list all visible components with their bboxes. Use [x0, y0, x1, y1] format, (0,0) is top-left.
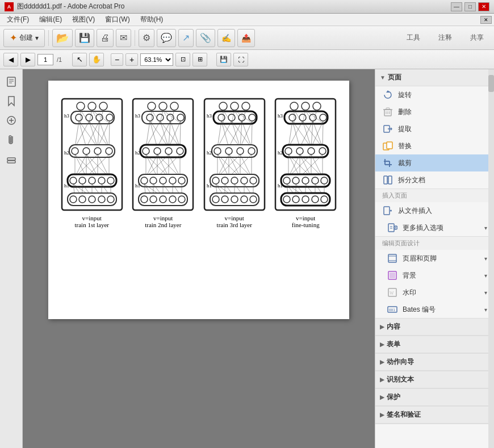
menu-edit[interactable]: 编辑(E): [35, 14, 66, 26]
svg-point-77: [107, 196, 114, 203]
comment-tab[interactable]: 注释: [432, 31, 459, 45]
svg-text:h2: h2: [207, 150, 212, 156]
print-icon: 🖨: [101, 33, 110, 43]
bates-item[interactable]: 001 Bates 编号 ▾: [375, 301, 494, 318]
content-section: ▶ 内容: [375, 319, 494, 336]
svg-point-151: [231, 102, 238, 110]
minimize-button[interactable]: —: [451, 2, 462, 11]
menu-file[interactable]: 文件(F): [2, 14, 34, 26]
nn-svg-2: h3 h2 h1: [132, 98, 194, 211]
action-section: ▶ 动作向导: [375, 354, 494, 371]
layers-panel-icon[interactable]: [3, 151, 19, 167]
fit-page-button[interactable]: ⊡: [175, 53, 190, 66]
next-page-button[interactable]: ▶: [20, 53, 35, 66]
extract-item[interactable]: 提取: [375, 120, 494, 137]
menu-window[interactable]: 窗口(W): [101, 14, 134, 26]
restore-button[interactable]: □: [464, 2, 476, 11]
close-button[interactable]: ✕: [478, 2, 489, 11]
print-button[interactable]: 🖨: [97, 29, 114, 47]
content-label: 内容: [387, 322, 400, 332]
header-footer-item[interactable]: 页眉和页脚 ▾: [375, 250, 494, 267]
insert-section-label: 插入页面: [382, 192, 407, 199]
pages-panel-icon[interactable]: [3, 74, 19, 90]
content-area[interactable]: h3 h2 h1: [23, 69, 375, 448]
svg-text:h3: h3: [64, 113, 70, 119]
split-item[interactable]: 拆分文档: [375, 171, 494, 189]
fit-width-button[interactable]: ⊞: [192, 53, 207, 66]
watermark-item[interactable]: W 水印 ▾: [375, 284, 494, 301]
save-view-button[interactable]: 💾: [216, 53, 231, 66]
watermark-label: 水印: [403, 288, 416, 298]
rotate-label: 旋转: [398, 90, 412, 100]
background-icon: [387, 270, 398, 281]
save-button[interactable]: 💾: [75, 29, 94, 47]
svg-point-157: [249, 114, 256, 121]
svg-point-225: [320, 114, 326, 121]
crop-label: 裁剪: [398, 158, 412, 168]
zoom-select[interactable]: 63.1% 50% 75% 100% 125% 150%: [140, 53, 173, 66]
svg-point-176: [214, 148, 221, 154]
comment-button[interactable]: 💬: [157, 29, 176, 47]
protect-section-header[interactable]: ▶ 保护: [375, 389, 494, 406]
menu-help[interactable]: 帮助(H): [136, 14, 168, 26]
svg-point-75: [89, 196, 95, 203]
content-section-header[interactable]: ▶ 内容: [375, 319, 494, 336]
more-insert-item[interactable]: 更多插入选项 ▾: [375, 219, 494, 236]
pages-section-header[interactable]: ▼ 页面: [375, 69, 494, 86]
bookmarks-panel-icon[interactable]: [3, 93, 19, 109]
right-scrollbar[interactable]: [488, 69, 494, 448]
recognize-section-header[interactable]: ▶ 识别文本: [375, 371, 494, 388]
signatures-panel-icon[interactable]: [3, 112, 19, 128]
tools-tab[interactable]: 工具: [400, 31, 427, 45]
zoom-out-button[interactable]: −: [111, 53, 123, 66]
settings-button[interactable]: ⚙: [139, 29, 154, 47]
header-footer-arrow: ▾: [484, 256, 487, 262]
extract-icon: [382, 123, 393, 135]
zoom-in-button[interactable]: +: [125, 53, 138, 66]
svg-marker-291: [391, 127, 392, 131]
svg-point-280: [312, 196, 319, 203]
header-footer-label: 页眉和页脚: [403, 254, 437, 263]
rotate-item[interactable]: 旋转: [375, 86, 494, 103]
left-panel: [0, 69, 23, 448]
select-tool-button[interactable]: ↖: [72, 53, 87, 66]
svg-point-262: [292, 177, 299, 184]
action-section-header[interactable]: ▶ 动作向导: [375, 354, 494, 371]
svg-rect-301: [384, 207, 390, 215]
replace-item[interactable]: 替换: [375, 137, 494, 154]
hand-tool-button[interactable]: ✋: [89, 53, 104, 66]
sign-button[interactable]: ✍: [217, 29, 235, 47]
insert-file-item[interactable]: 从文件插入: [375, 202, 494, 219]
edit-section-header[interactable]: 编辑页面设计: [375, 237, 494, 250]
email-button[interactable]: ✉: [116, 29, 131, 47]
share-button[interactable]: ↗: [178, 29, 194, 47]
share-tab[interactable]: 共享: [463, 31, 491, 45]
svg-point-57: [70, 177, 77, 184]
delete-item[interactable]: 删除: [375, 103, 494, 120]
form-section-header[interactable]: ▶ 表单: [375, 336, 494, 353]
more-insert-icon: [387, 222, 398, 233]
panel-toggle[interactable]: ✕: [480, 16, 492, 24]
nn-label-3: v=input train 3rd layer: [217, 215, 252, 228]
attach-button[interactable]: 📎: [196, 29, 215, 47]
fullscreen-button[interactable]: ⛶: [233, 53, 248, 66]
svg-point-261: [283, 177, 290, 184]
menu-view[interactable]: 视图(V): [68, 14, 99, 26]
prev-page-button[interactable]: ◀: [3, 53, 18, 66]
svg-point-74: [79, 196, 86, 203]
crop-item[interactable]: 裁剪: [375, 154, 494, 171]
sign-section-header[interactable]: ▶ 签名和验证: [375, 407, 494, 424]
page-number-input[interactable]: 1: [37, 54, 53, 65]
svg-point-15: [88, 102, 96, 110]
insert-section-header[interactable]: 插入页面: [375, 189, 494, 202]
send-button[interactable]: 📤: [237, 29, 255, 47]
svg-point-42: [94, 148, 101, 154]
open-button[interactable]: 📂: [52, 29, 73, 47]
share-icon: ↗: [182, 32, 190, 43]
background-item[interactable]: 背景 ▾: [375, 267, 494, 284]
create-button[interactable]: ✦ 创建 ▾: [3, 29, 45, 47]
svg-text:001: 001: [389, 308, 395, 312]
svg-rect-299: [388, 176, 392, 184]
attachments-panel-icon[interactable]: [3, 132, 19, 148]
nn-label-2: v=input train 2nd layer: [145, 215, 181, 228]
